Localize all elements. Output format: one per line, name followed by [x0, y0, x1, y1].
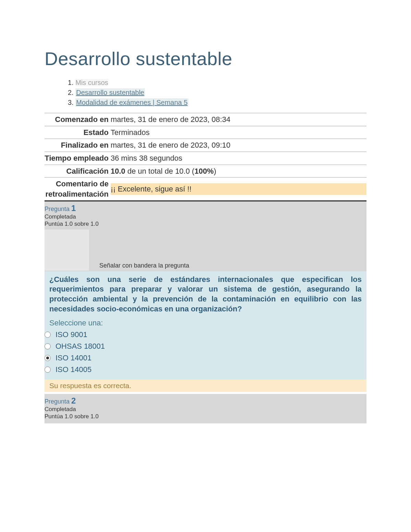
- breadcrumb-item: Desarrollo sustentable: [65, 89, 366, 97]
- question-score: Puntúa 1.0 sobre 1.0: [45, 221, 99, 227]
- answer-option[interactable]: ISO 14005: [49, 365, 362, 374]
- breadcrumb-link[interactable]: Desarrollo sustentable: [75, 88, 145, 97]
- breadcrumb-label: Mis cursos: [75, 79, 108, 86]
- question-status: Completada: [45, 406, 76, 412]
- grade-mid: de un total de 10.0 (: [125, 167, 195, 175]
- answer-option[interactable]: ISO 14001: [49, 354, 362, 362]
- flag-placeholder: [45, 230, 89, 271]
- answer-label: ISO 9001: [55, 330, 87, 339]
- question-label: Pregunta: [45, 206, 71, 212]
- summary-label-time: Tiempo empleado: [45, 152, 110, 164]
- breadcrumb: Mis cursos Desarrollo sustentable Modali…: [45, 79, 366, 107]
- question-1-text: ¿Cuáles son una serie de estándares inte…: [49, 275, 362, 314]
- breadcrumb-link[interactable]: Modalidad de exámenes | Semana 5: [75, 98, 188, 107]
- summary-value-started: martes, 31 de enero de 2023, 08:34: [110, 113, 366, 126]
- summary-value-state: Terminados: [110, 126, 366, 139]
- radio-icon-checked[interactable]: [45, 355, 51, 361]
- flag-question-link[interactable]: Señalar con bandera la pregunta: [89, 261, 189, 271]
- question-2-header: Pregunta 2 Completada Puntúa 1.0 sobre 1…: [45, 394, 366, 423]
- question-score: Puntúa 1.0 sobre 1.0: [45, 413, 99, 420]
- grade-score: 10.0: [111, 167, 125, 175]
- question-status: Completada: [45, 213, 76, 220]
- summary-label-state: Estado: [45, 126, 110, 139]
- summary-label-feedback: Comentario de retroalimentación: [45, 178, 110, 200]
- grade-close: ): [214, 167, 216, 175]
- feedback-text: ¡¡ Excelente, sigue así !!: [111, 183, 366, 195]
- radio-icon[interactable]: [45, 343, 51, 349]
- summary-label-grade: Calificación: [45, 165, 110, 177]
- answers-list: ISO 9001 OHSAS 18001 ISO 14001 ISO 14005: [49, 330, 362, 374]
- grade-pct: 100%: [195, 167, 214, 175]
- attempt-summary: Comenzado en martes, 31 de enero de 2023…: [45, 113, 366, 201]
- breadcrumb-item: Modalidad de exámenes | Semana 5: [65, 99, 366, 107]
- summary-value-time: 36 mins 38 segundos: [110, 152, 366, 164]
- answer-label: OHSAS 18001: [55, 342, 105, 351]
- question-1-body: ¿Cuáles son una serie de estándares inte…: [45, 271, 366, 380]
- summary-value-feedback: ¡¡ Excelente, sigue así !!: [110, 182, 366, 196]
- question-label: Pregunta: [45, 398, 71, 405]
- select-one-label: Seleccione una:: [49, 319, 362, 327]
- radio-icon[interactable]: [45, 332, 51, 338]
- breadcrumb-item: Mis cursos: [65, 79, 366, 87]
- radio-icon[interactable]: [45, 367, 51, 373]
- question-1-header: Pregunta 1 Completada Puntúa 1.0 sobre 1…: [45, 201, 366, 271]
- summary-label-started: Comenzado en: [45, 113, 110, 126]
- question-number: 1: [71, 203, 76, 213]
- answer-option[interactable]: OHSAS 18001: [49, 342, 362, 351]
- summary-value-finished: martes, 31 de enero de 2023, 09:10: [110, 139, 366, 151]
- summary-label-finished: Finalizado en: [45, 139, 110, 151]
- summary-value-grade: 10.0 de un total de 10.0 (100%): [110, 165, 366, 177]
- answer-label: ISO 14001: [55, 354, 91, 362]
- answer-option[interactable]: ISO 9001: [49, 330, 362, 339]
- question-1-feedback: Su respuesta es correcta.: [45, 380, 366, 392]
- course-title: Desarrollo sustentable: [45, 48, 366, 69]
- question-number: 2: [71, 396, 76, 405]
- answer-label: ISO 14005: [55, 365, 91, 374]
